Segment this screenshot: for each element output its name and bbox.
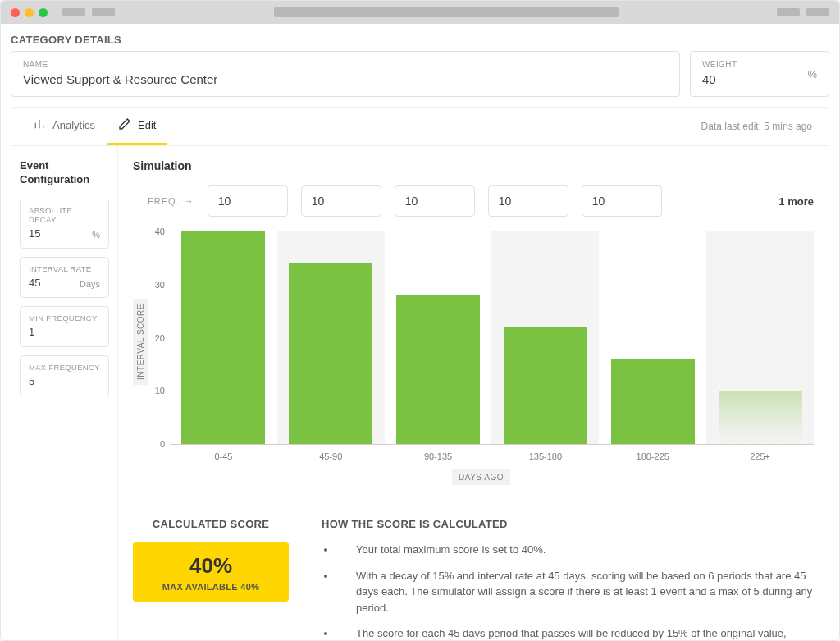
maximize-icon[interactable] <box>39 8 48 17</box>
y-tick: 0 <box>160 439 165 449</box>
freq-label: FREQ. → <box>148 196 194 206</box>
bar <box>504 327 587 444</box>
freq-input-4[interactable]: 10 <box>582 185 662 217</box>
weight-value: 40 <box>702 72 817 86</box>
freq-input-0[interactable]: 10 <box>208 185 288 217</box>
how-list: Your total maximum score is set to 40%.W… <box>322 542 814 640</box>
weight-label: WEIGHT <box>702 60 817 69</box>
freq-row: FREQ. → 1010101010 1 more <box>133 185 814 217</box>
freq-input-2[interactable]: 10 <box>395 185 475 217</box>
x-label: 180-225 <box>599 445 706 461</box>
bar <box>396 295 480 444</box>
score-value: 40% <box>141 553 281 579</box>
bar <box>719 391 802 444</box>
arrow-right-icon: → <box>185 196 194 206</box>
score-sub: MAX AVAILABLE 40% <box>141 582 281 592</box>
minimize-icon[interactable] <box>25 8 34 17</box>
last-edit-text: Data last edit: 5 mins ago <box>701 121 819 132</box>
x-label: 90-135 <box>385 445 492 461</box>
name-field[interactable]: NAME Viewed Support & Resource Center <box>11 51 680 97</box>
bar <box>611 359 695 444</box>
x-label: 135-180 <box>491 445 599 461</box>
sidebar-title: Event Configuration <box>20 159 109 187</box>
y-axis-label: INTERVAL SCORE <box>133 299 148 385</box>
bar-slot <box>599 231 706 444</box>
bar-slot <box>277 231 385 444</box>
pencil-icon <box>118 117 131 133</box>
interval-score-chart: INTERVAL SCORE 010203040 0-4545-9090-135… <box>133 231 814 485</box>
tab-edit[interactable]: Edit <box>107 108 167 145</box>
tb-button <box>777 8 800 16</box>
simulation-title: Simulation <box>133 159 814 172</box>
freq-more[interactable]: 1 more <box>778 195 814 208</box>
x-label: 45-90 <box>277 445 385 461</box>
how-bullet: With a decay of 15% and interval rate at… <box>336 568 814 616</box>
tb-button <box>806 8 829 16</box>
how-bullet: The score for each 45 days period that p… <box>336 625 814 640</box>
bar-slot <box>385 231 492 444</box>
max-frequency-field[interactable]: MAX FREQUENCY 5 <box>20 355 109 396</box>
close-icon[interactable] <box>11 8 20 17</box>
weight-unit: % <box>807 68 817 80</box>
x-axis-label: DAYS AGO <box>452 469 510 485</box>
bar-slot <box>706 231 814 444</box>
calculated-score-title: CALCULATED SCORE <box>133 518 289 530</box>
name-label: NAME <box>23 60 668 69</box>
y-tick: 30 <box>155 280 165 290</box>
tb-button <box>62 8 85 16</box>
bar-chart-icon <box>33 117 46 133</box>
freq-input-1[interactable]: 10 <box>301 185 381 217</box>
bar <box>181 231 265 444</box>
tab-edit-label: Edit <box>138 119 156 131</box>
score-card: 40% MAX AVAILABLE 40% <box>133 542 289 602</box>
name-value: Viewed Support & Resource Center <box>23 72 668 86</box>
bar-slot <box>170 231 277 444</box>
x-label: 0-45 <box>170 445 277 461</box>
title-bar <box>1 1 839 24</box>
bar-slot <box>491 231 599 444</box>
tab-analytics-label: Analytics <box>52 119 95 131</box>
interval-rate-field[interactable]: INTERVAL RATE 45 Days <box>20 257 109 298</box>
min-frequency-field[interactable]: MIN FREQUENCY 1 <box>20 306 109 347</box>
absolute-decay-field[interactable]: ABSOLUTE DECAY 15 % <box>20 199 109 249</box>
x-label: 225+ <box>706 445 814 461</box>
weight-field[interactable]: WEIGHT 40 % <box>690 51 829 97</box>
freq-input-3[interactable]: 10 <box>488 185 568 217</box>
y-tick: 20 <box>155 333 165 343</box>
sidebar: Event Configuration ABSOLUTE DECAY 15 % … <box>11 146 118 640</box>
tabs: Analytics Edit Data last edit: 5 mins ag… <box>11 107 829 145</box>
how-bullet: Your total maximum score is set to 40%. <box>336 542 814 558</box>
tb-button <box>92 8 115 16</box>
y-tick: 10 <box>155 386 165 396</box>
app-window: CATEGORY DETAILS NAME Viewed Support & R… <box>0 0 840 641</box>
how-title: HOW THE SCORE IS CALCULATED <box>322 518 814 530</box>
tab-analytics[interactable]: Analytics <box>21 108 107 145</box>
page-title: CATEGORY DETAILS <box>1 24 839 51</box>
bar <box>289 263 372 444</box>
y-tick: 40 <box>155 227 165 236</box>
url-bar[interactable] <box>274 7 619 17</box>
